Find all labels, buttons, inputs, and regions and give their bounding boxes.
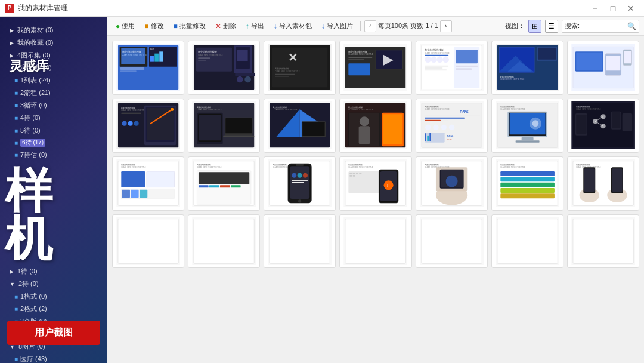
export-button[interactable]: ↑导出 [242, 20, 268, 32]
grid-item-6[interactable]: 商业总结报告模板 CLEAR HERE TO SEE THE TITLE [491, 41, 564, 95]
grid-item-14[interactable]: 商业总结报告模板 CLEAR HERE TO SEE THE TITLE [567, 99, 639, 153]
grid-item-13[interactable]: 商业总结报告模板 CLEAR HERE TO SEE THE TITLE [491, 99, 564, 153]
svg-point-87 [171, 108, 174, 111]
grid-item-4[interactable]: 商业总结报告模板 CLEAR HERE TO SEE THE TITLE [339, 41, 411, 95]
grid-item-27[interactable] [491, 214, 564, 269]
use-button[interactable]: ●使用 [112, 20, 138, 32]
grid-item-5[interactable]: 商业总结报告模板 CLEAR HERE TO SEE THE TITLE [416, 41, 488, 95]
svg-rect-250 [421, 219, 481, 264]
next-page-button[interactable]: › [440, 20, 452, 32]
grid-view-button[interactable]: ⊞ [528, 20, 541, 33]
grid-item-22[interactable] [112, 214, 184, 269]
grid-item-11[interactable]: 商业总结报告模板 CLEAR HERE TO SEE THE TITLE [339, 99, 411, 153]
grid-item-17[interactable]: 商业总结报告模板 CLEAR HERE TO SEE THE TITLE [264, 156, 336, 211]
close-button[interactable]: ✕ [623, 0, 639, 17]
sidebar-item-1format[interactable]: ▶1待 (0) [0, 265, 107, 278]
svg-rect-205 [360, 173, 362, 174]
svg-point-24 [237, 76, 243, 83]
grid-item-9[interactable]: 商业总结报告模板 CLEAR HERE TO SEE THE TITLE [188, 99, 260, 153]
svg-rect-38 [349, 57, 373, 58]
svg-rect-226 [500, 171, 555, 176]
list-view-button[interactable]: ☰ [545, 20, 558, 33]
sidebar-item-4wait[interactable]: ■4待 (0) [0, 112, 107, 124]
grid-item-2[interactable]: 商业总结报告模板 CLEAR HERE TO SEE THE TITLE [188, 41, 260, 95]
import-image-button[interactable]: ↓导入图片 [318, 20, 357, 32]
svg-text:CLEAR HERE TO SEE THE TITLE: CLEAR HERE TO SEE THE TITLE [122, 54, 147, 56]
grid-item-16[interactable]: 商业总结报告模板 CLEAR HERE TO SEE THE TITLE [188, 156, 260, 211]
svg-text:商业总结报告模板: 商业总结报告模板 [349, 164, 363, 166]
grid-item-19[interactable]: 商业总结报告模板 CLEAR HERE TO SEE THE TITLE [416, 156, 488, 211]
sidebar-item-mycollection[interactable]: ▶我的收藏 (0) [0, 36, 107, 49]
svg-rect-124 [425, 116, 480, 117]
svg-rect-180 [209, 185, 219, 187]
grid-item-15[interactable]: 商业总结报告模板 CLEAR HERE TO SEE THE TITLE [112, 156, 184, 211]
svg-rect-59 [456, 69, 472, 70]
import-package-button[interactable]: ↓导入素材包 [270, 20, 315, 32]
svg-point-129 [433, 125, 438, 130]
window-controls: － □ ✕ [587, 0, 639, 17]
svg-rect-230 [500, 193, 555, 198]
app-icon: P [5, 4, 14, 13]
svg-text:86%: 86% [447, 134, 453, 138]
grid-item-8[interactable]: 商业总结报告模板 CLEAR HERE TO SEE THE TITLE [112, 99, 184, 153]
prev-page-button[interactable]: ‹ [364, 20, 376, 32]
delete-button[interactable]: ✕删除 [212, 20, 240, 32]
sidebar-item-5wait[interactable]: ■5待 (0) [0, 124, 107, 137]
svg-text:61%: 61% [447, 139, 451, 141]
sidebar-item-fmt2[interactable]: ■2格式 (2) [0, 303, 107, 315]
grid-item-28[interactable] [567, 214, 639, 269]
edit-button[interactable]: ■修改 [141, 20, 167, 32]
search-icon[interactable]: 🔍 [627, 22, 636, 30]
grid-item-20[interactable]: 商业总结报告模板 CLEAR HERE TO SEE THE TITLE [491, 156, 564, 211]
user-screenshot-button[interactable]: 用户截图 [7, 321, 100, 345]
svg-rect-201 [349, 171, 380, 193]
svg-rect-182 [231, 185, 241, 187]
grid-item-21[interactable]: 商业总结报告模板 CLEAR HERE TO SEE THE TITLE [567, 156, 639, 211]
grid-item-7[interactable] [567, 41, 639, 95]
sidebar-item-7est[interactable]: ■7待估 (0) [0, 149, 107, 161]
svg-rect-135 [429, 133, 431, 141]
toolbar: ●使用 ■修改 ■批量修改 ✕删除 ↑导出 ↓导入素材包 ↓导入图片 ‹ [107, 17, 644, 36]
svg-point-52 [442, 57, 449, 63]
sidebar-item-6wait[interactable]: ■6待 (17) [0, 137, 107, 149]
sidebar-item-3loop[interactable]: ■3循环 (0) [0, 99, 107, 112]
grid-item-23[interactable] [188, 214, 260, 269]
svg-point-130 [441, 125, 446, 130]
svg-text:CLEAR HERE TO SEE THE TITLE: CLEAR HERE TO SEE THE TITLE [197, 109, 222, 111]
search-input[interactable] [580, 23, 627, 30]
sidebar-item-4tu[interactable]: ▶4图示集 (0) [0, 49, 107, 61]
svg-text:CLEAR HERE TO SEE THE TITLE: CLEAR HERE TO SEE THE TITLE [197, 166, 222, 168]
main-layout: 灵感库 ▶我的素材 (0) ▶我的收藏 (0) ▶4图示集 (0) ▼5图示集 … [0, 17, 644, 363]
sidebar-item-2flow[interactable]: ■2流程 (21) [0, 87, 107, 99]
sidebar-item-1list[interactable]: ■1列表 (24) [0, 74, 107, 87]
svg-text:CLEAR HERE TO SEE THE TITLE: CLEAR HERE TO SEE THE TITLE [273, 109, 298, 111]
svg-rect-33 [275, 76, 289, 77]
sidebar-item-5tu[interactable]: ▼5图示集 (0) [0, 61, 107, 74]
sidebar-item-fmt1[interactable]: ■1格式 (0) [0, 290, 107, 303]
svg-rect-172 [140, 190, 147, 198]
svg-text:商业总结报告模板: 商业总结报告模板 [121, 164, 135, 166]
sidebar-item-medical[interactable]: ■医疗 (43) [0, 353, 107, 363]
sidebar-item-myassets[interactable]: ▶我的素材 (0) [0, 24, 107, 36]
grid-item-26[interactable] [416, 214, 488, 269]
svg-rect-162 [622, 113, 632, 131]
svg-rect-7 [120, 71, 137, 73]
svg-rect-53 [425, 66, 448, 67]
maximize-button[interactable]: □ [605, 0, 621, 17]
sidebar-item-2format[interactable]: ▼2待 (0) [0, 278, 107, 290]
batch-edit-button[interactable]: ■批量修改 [170, 20, 209, 32]
svg-rect-178 [199, 172, 249, 184]
asset-grid: 商业总结报告模板 CLEAR HERE TO SEE THE TITLE 85% [112, 41, 639, 268]
grid-item-24[interactable] [264, 214, 336, 269]
svg-rect-125 [425, 118, 465, 119]
grid-item-3[interactable]: ✕ 商业总结报告模板 CLEAR HERE TO SEE THE TITLE [264, 41, 336, 95]
svg-rect-240 [612, 168, 622, 192]
grid-item-1[interactable]: 商业总结报告模板 CLEAR HERE TO SEE THE TITLE 85% [112, 41, 184, 95]
grid-item-12[interactable]: 商业总结报告模板 CLEAR HERE TO SEE THE TITLE 86% [416, 99, 488, 153]
grid-item-10[interactable]: 商业总结报告模板 CLEAR HERE TO SEE THE TITLE [264, 99, 336, 153]
minimize-button[interactable]: － [587, 0, 603, 17]
svg-text:商业总结报告模板: 商业总结报告模板 [121, 107, 135, 109]
grid-item-25[interactable] [339, 214, 411, 269]
grid-item-18[interactable]: 商业总结报告模板 CLEAR HERE TO SEE THE TITLE [339, 156, 411, 211]
svg-text:商业总结报告模板: 商业总结报告模板 [500, 76, 514, 78]
